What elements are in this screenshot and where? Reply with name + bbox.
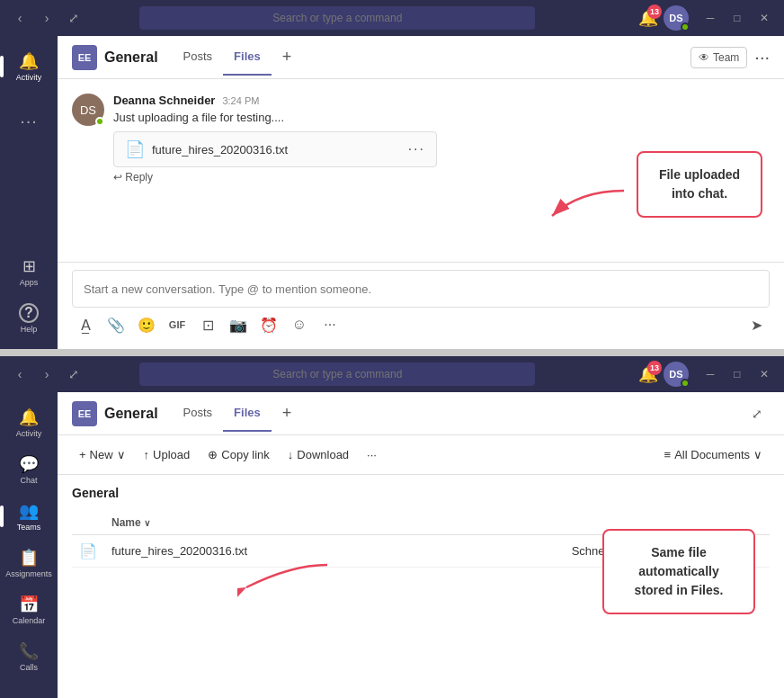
close-button-top[interactable]: ✕ <box>752 5 777 31</box>
channel-area-bottom: EE General Posts Files + ⤢ + New ∨ <box>58 392 784 698</box>
back-button-bottom[interactable]: ‹ <box>7 362 32 387</box>
popout-button-bottom[interactable]: ⤢ <box>61 362 86 387</box>
message-header: Deanna Schneider 3:24 PM <box>113 94 770 107</box>
file-row-name: future_hires_20200316.txt <box>111 544 247 558</box>
sidebar-top: 🔔 Activity ··· ⊞ Apps ? Help <box>0 36 58 349</box>
minimize-button-bottom[interactable]: ─ <box>698 362 723 387</box>
more-emoji-button[interactable]: ☺ <box>286 311 313 338</box>
search-input-bottom[interactable] <box>139 362 535 386</box>
upload-button[interactable]: ↑ Upload <box>137 444 198 465</box>
attach-button[interactable]: 📎 <box>102 311 129 338</box>
sidebar-label-activity-top: Activity <box>16 73 42 82</box>
sidebar-item-activity-top[interactable]: 🔔 Activity <box>7 43 50 90</box>
tab-files-top[interactable]: Files <box>223 39 272 76</box>
more-toolbar-button[interactable]: ··· <box>316 311 343 338</box>
file-attachment[interactable]: 📄 future_hires_20200316.txt ··· <box>113 131 437 167</box>
format-button[interactable]: A̲ <box>72 311 99 338</box>
avatar-container-top: DS <box>664 5 689 31</box>
sidebar-item-more-top[interactable]: ··· <box>7 97 50 144</box>
files-toolbar-right: ≡ All Documents ∨ <box>657 444 770 465</box>
channel-tabs-top: Posts Files <box>173 39 272 76</box>
sidebar-label-apps: Apps <box>20 278 39 287</box>
video-button[interactable]: 📷 <box>225 311 252 338</box>
link-icon: ⊕ <box>208 448 218 461</box>
forward-button[interactable]: › <box>34 5 59 31</box>
compose-input[interactable] <box>72 270 770 308</box>
label-assignments: Assignments <box>5 569 52 578</box>
window-controls-bottom: ─ □ ✕ <box>698 362 777 387</box>
channel-header-bottom: EE General Posts Files + ⤢ <box>58 392 784 435</box>
copy-link-button[interactable]: ⊕ Copy link <box>200 444 276 465</box>
sidebar-item-help[interactable]: ? Help <box>7 295 50 342</box>
main-layout-top: 🔔 Activity ··· ⊞ Apps ? Help EE General <box>0 36 784 349</box>
label-teams: Teams <box>17 523 41 532</box>
files-more-button[interactable]: ··· <box>360 444 384 465</box>
tab-posts-bottom[interactable]: Posts <box>173 395 224 432</box>
back-button[interactable]: ‹ <box>7 5 32 31</box>
file-checkbox-cell: 📄 <box>72 535 104 568</box>
avatar-image: DS <box>80 103 96 117</box>
new-button[interactable]: + New ∨ <box>72 444 133 465</box>
schedule-button[interactable]: ⏰ <box>255 311 282 338</box>
window-divider <box>0 349 784 356</box>
sidebar-item-teams[interactable]: 👥 Teams <box>7 493 50 540</box>
search-input-top[interactable] <box>139 6 535 30</box>
assignments-icon: 📋 <box>19 548 39 568</box>
label-calls: Calls <box>20 663 38 672</box>
gif-button[interactable]: GIF <box>164 311 191 338</box>
compose-area: A̲ 📎 🙂 GIF ⊡ 📷 ⏰ ☺ ··· ➤ <box>58 262 784 349</box>
callout-arrow-1 <box>543 182 633 227</box>
notification-badge[interactable]: 13 🔔 <box>638 8 658 28</box>
reply-button[interactable]: ↩ Reply <box>113 171 153 183</box>
sidebar-item-calls[interactable]: 📞 Calls <box>7 633 50 680</box>
message-time: 3:24 PM <box>222 95 259 106</box>
expand-button[interactable]: ⤢ <box>744 401 770 426</box>
forward-button-bottom[interactable]: › <box>34 362 59 387</box>
notification-badge-bottom[interactable]: 13 🔔 <box>638 364 658 384</box>
all-docs-button[interactable]: ≡ All Documents ∨ <box>657 444 770 465</box>
sidebar-item-assignments[interactable]: 📋 Assignments <box>7 540 50 586</box>
send-button[interactable]: ➤ <box>743 311 770 338</box>
popout-button[interactable]: ⤢ <box>61 5 86 31</box>
header-right-top: 👁 Team ··· <box>690 47 770 68</box>
calendar-icon: 📅 <box>19 595 39 614</box>
sidebar-item-activity-bottom[interactable]: 🔔 Activity <box>7 399 50 446</box>
add-tab-bottom[interactable]: + <box>279 397 296 430</box>
avatar-status-bottom <box>681 379 690 388</box>
eye-icon: 👁 <box>699 51 709 64</box>
col-name[interactable]: Name ∨ <box>104 511 565 535</box>
maximize-button-bottom[interactable]: □ <box>725 362 750 387</box>
sidebar-item-apps[interactable]: ⊞ Apps <box>7 248 50 295</box>
help-icon: ? <box>19 303 39 323</box>
upload-icon: ↑ <box>144 448 150 461</box>
maximize-button-top[interactable]: □ <box>725 5 750 31</box>
add-tab-top[interactable]: + <box>279 40 296 74</box>
channel-icon-bottom: EE <box>72 401 97 426</box>
more-icon-top: ··· <box>20 111 38 131</box>
compose-toolbar: A̲ 📎 🙂 GIF ⊡ 📷 ⏰ ☺ ··· ➤ <box>72 308 770 342</box>
sidebar-item-chat[interactable]: 💬 Chat <box>7 446 50 493</box>
tab-files-bottom[interactable]: Files <box>223 395 272 432</box>
minimize-button-top[interactable]: ─ <box>698 5 723 31</box>
badge-count-bottom: 13 <box>647 361 662 375</box>
nav-buttons: ‹ › ⤢ <box>7 5 86 31</box>
emoji-button[interactable]: 🙂 <box>133 311 160 338</box>
avatar-online-status <box>95 117 104 126</box>
sticker-button[interactable]: ⊡ <box>194 311 221 338</box>
channel-more-button-top[interactable]: ··· <box>754 47 770 67</box>
file-more-button[interactable]: ··· <box>408 141 425 157</box>
close-button-bottom[interactable]: ✕ <box>752 362 777 387</box>
message-author: Deanna Schneider <box>113 94 215 107</box>
copy-link-label: Copy link <box>221 448 269 461</box>
callout-arrow-2 <box>237 547 345 601</box>
new-plus-icon: + <box>79 448 86 461</box>
team-button[interactable]: 👁 Team <box>690 47 747 68</box>
all-docs-arrow: ∨ <box>753 448 762 461</box>
files-toolbar: + New ∨ ↑ Upload ⊕ Copy link ↓ Download … <box>58 435 784 475</box>
download-button[interactable]: ↓ Download <box>281 444 356 465</box>
list-icon: ≡ <box>664 448 672 461</box>
tab-posts-top[interactable]: Posts <box>173 39 224 76</box>
avatar-status-top <box>681 22 690 31</box>
sidebar-item-calendar[interactable]: 📅 Calendar <box>7 586 50 633</box>
team-button-label: Team <box>713 51 739 64</box>
